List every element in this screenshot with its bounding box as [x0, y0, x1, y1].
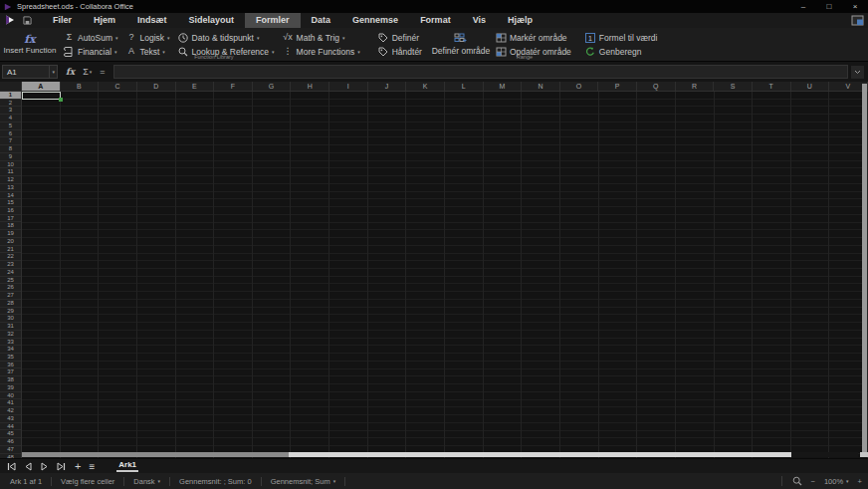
row-header-11[interactable]: 11	[0, 168, 21, 176]
math-trig-button[interactable]: √x Math & Trig ▾	[283, 31, 360, 44]
maximize-button[interactable]: □	[816, 0, 842, 13]
row-header-28[interactable]: 28	[0, 300, 21, 308]
column-header-I[interactable]: I	[329, 82, 368, 91]
row-header-18[interactable]: 18	[0, 222, 21, 230]
row-header-5[interactable]: 5	[0, 122, 21, 130]
app-logo-icon[interactable]	[5, 15, 15, 25]
row-header-47[interactable]: 47	[0, 446, 21, 454]
menu-tab-formler[interactable]: Formler	[245, 13, 301, 28]
row-header-10[interactable]: 10	[0, 161, 21, 169]
column-header-L[interactable]: L	[445, 82, 484, 91]
row-header-34[interactable]: 34	[0, 346, 21, 354]
zoom-level[interactable]: 100%▾	[824, 477, 849, 486]
sheet-list-icon[interactable]: ≡	[89, 461, 95, 472]
add-sheet-button[interactable]: +	[75, 460, 81, 473]
row-header-46[interactable]: 46	[0, 438, 21, 446]
menu-tab-sidelayout[interactable]: Sidelayout	[178, 13, 246, 28]
row-header-15[interactable]: 15	[0, 199, 21, 207]
row-header-22[interactable]: 22	[0, 253, 21, 261]
menu-tab-format[interactable]: Format	[409, 13, 462, 28]
sheet-info[interactable]: Ark 1 af 1	[0, 477, 52, 486]
row-header-39[interactable]: 39	[0, 384, 21, 392]
row-header-6[interactable]: 6	[0, 130, 21, 138]
first-sheet-button[interactable]	[7, 462, 16, 471]
column-header-U[interactable]: U	[791, 82, 830, 91]
cell-area[interactable]	[22, 92, 868, 458]
row-header-13[interactable]: 13	[0, 184, 21, 192]
row-header-25[interactable]: 25	[0, 277, 21, 285]
column-header-J[interactable]: J	[368, 82, 407, 91]
language-selector[interactable]: Dansk▾	[124, 477, 170, 486]
zoom-out-button[interactable]: −	[811, 477, 815, 486]
dato-tidspunkt-button[interactable]: Dato & tidspunkt ▾	[178, 31, 275, 44]
column-header-F[interactable]: F	[214, 82, 253, 91]
menu-tab-hjælp[interactable]: Hjælp	[497, 13, 543, 28]
menu-tab-filer[interactable]: Filer	[42, 13, 83, 28]
autosum-button[interactable]: Σ AutoSum ▾	[64, 31, 117, 44]
row-header-16[interactable]: 16	[0, 207, 21, 215]
selection-mode[interactable]: Vælg flere celler	[52, 477, 124, 486]
sum-icon[interactable]: Σ▾	[83, 67, 92, 77]
column-header-B[interactable]: B	[61, 82, 100, 91]
horizontal-scrollbar-thumb[interactable]	[289, 452, 791, 457]
equals-icon[interactable]: =	[100, 67, 105, 77]
row-header-26[interactable]: 26	[0, 284, 21, 292]
row-header-3[interactable]: 3	[0, 107, 21, 115]
menu-tab-data[interactable]: Data	[301, 13, 342, 28]
last-sheet-button[interactable]	[57, 462, 66, 471]
row-header-43[interactable]: 43	[0, 415, 21, 423]
row-header-24[interactable]: 24	[0, 269, 21, 277]
row-header-35[interactable]: 35	[0, 354, 21, 362]
previous-sheet-button[interactable]	[25, 462, 32, 471]
column-header-P[interactable]: P	[598, 82, 637, 91]
notebookbar-toggle-icon[interactable]	[851, 15, 864, 26]
expand-formula-bar-button[interactable]	[851, 66, 864, 79]
column-header-O[interactable]: O	[560, 82, 599, 91]
name-box[interactable]: A1 ▾	[2, 65, 58, 79]
row-header-7[interactable]: 7	[0, 137, 21, 145]
row-header-21[interactable]: 21	[0, 246, 21, 254]
row-header-44[interactable]: 44	[0, 423, 21, 431]
menu-tab-hjem[interactable]: Hjem	[83, 13, 126, 28]
vertical-scrollbar[interactable]	[862, 84, 867, 452]
menu-tab-vis[interactable]: Vis	[462, 13, 497, 28]
column-header-C[interactable]: C	[99, 82, 137, 91]
chevron-down-icon[interactable]: ▾	[49, 66, 57, 78]
sheet-tab-ark1[interactable]: Ark1	[116, 460, 138, 472]
row-header-1[interactable]: 1	[0, 92, 21, 100]
column-header-Q[interactable]: Q	[637, 82, 676, 91]
row-header-33[interactable]: 33	[0, 339, 21, 347]
save-icon[interactable]	[23, 16, 32, 25]
row-header-23[interactable]: 23	[0, 261, 21, 269]
row-header-40[interactable]: 40	[0, 392, 21, 400]
row-header-19[interactable]: 19	[0, 230, 21, 238]
column-header-E[interactable]: E	[176, 82, 215, 91]
select-all-corner[interactable]	[0, 82, 22, 91]
zoom-in-button[interactable]: +	[858, 477, 862, 486]
menu-tab-gennemse[interactable]: Gennemse	[341, 13, 409, 28]
row-header-36[interactable]: 36	[0, 362, 21, 369]
row-header-41[interactable]: 41	[0, 399, 21, 407]
haandter-button[interactable]: Håndtér	[378, 45, 422, 58]
column-header-T[interactable]: T	[753, 82, 791, 91]
menu-tab-indsæt[interactable]: Indsæt	[126, 13, 178, 28]
row-header-4[interactable]: 4	[0, 115, 21, 122]
minimize-button[interactable]: –	[790, 0, 816, 13]
row-header-17[interactable]: 17	[0, 215, 21, 223]
close-button[interactable]: ×	[842, 0, 868, 13]
stats-selector[interactable]: Gennemsnit; Sum▾	[262, 477, 346, 486]
column-header-H[interactable]: H	[291, 82, 329, 91]
column-header-K[interactable]: K	[406, 82, 445, 91]
row-header-14[interactable]: 14	[0, 192, 21, 200]
column-header-A[interactable]: A	[22, 82, 61, 91]
column-header-M[interactable]: M	[484, 82, 523, 91]
next-sheet-button[interactable]	[41, 462, 48, 471]
horizontal-scrollbar[interactable]	[22, 452, 858, 457]
row-header-8[interactable]: 8	[0, 145, 21, 153]
function-wizard-icon[interactable]: fx	[66, 67, 75, 78]
marker-omraade-button[interactable]: Markér område	[496, 31, 571, 44]
row-header-37[interactable]: 37	[0, 368, 21, 376]
definer-omraade-button[interactable]: Definér område	[432, 33, 490, 56]
column-header-R[interactable]: R	[676, 82, 715, 91]
logisk-button[interactable]: ? Logisk ▾	[125, 31, 169, 44]
